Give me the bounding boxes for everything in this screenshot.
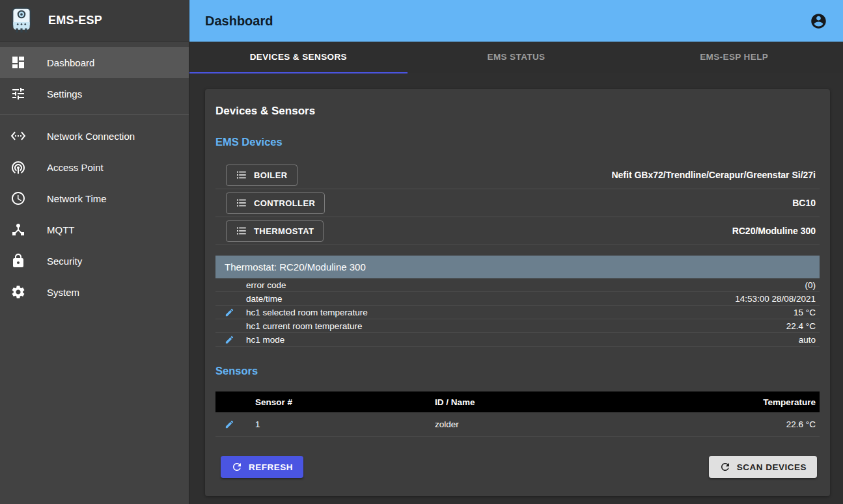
page-title: Dashboard: [205, 14, 273, 29]
scan-devices-button[interactable]: SCAN DEVICES: [709, 456, 817, 478]
tab-ems-esp-help[interactable]: EMS-ESP HELP: [625, 42, 843, 73]
detail-value: 14:53:00 28/08/2021: [735, 294, 820, 304]
sidebar-item-security[interactable]: Security: [0, 245, 189, 276]
network-connection-icon: [10, 128, 26, 144]
sensor-edit-cell: [215, 419, 247, 429]
edit-pencil-icon[interactable]: [225, 335, 234, 345]
devices-sensors-panel: Devices & Sensors EMS Devices BOILER Nef…: [205, 89, 830, 496]
app-name: EMS-ESP: [48, 14, 102, 27]
scan-devices-button-label: SCAN DEVICES: [737, 462, 807, 472]
sidebar-item-label: Access Point: [47, 162, 104, 173]
edit-pencil-icon[interactable]: [225, 419, 234, 429]
detail-value: (0): [805, 280, 820, 290]
detail-label: hc1 current room temperature: [246, 321, 786, 331]
ems-esp-boiler-logo-icon: [10, 7, 33, 34]
thermostat-details-table: error code (0) date/time 14:53:00 28/08/…: [215, 278, 820, 347]
sidebar-header: EMS-ESP: [0, 0, 189, 42]
refresh-icon: [719, 461, 731, 473]
sidebar-item-label: Security: [47, 256, 82, 267]
detail-row: error code (0): [215, 278, 820, 292]
refresh-button-label: REFRESH: [249, 462, 293, 472]
device-type-label: THERMOSTAT: [254, 226, 314, 236]
detail-value: auto: [799, 335, 820, 345]
sidebar-item-system[interactable]: System: [0, 276, 189, 308]
tab-bar: DEVICES & SENSORS EMS STATUS EMS-ESP HEL…: [189, 42, 843, 73]
main-area: Dashboard DEVICES & SENSORS EMS STATUS E…: [189, 0, 843, 504]
device-model: BC10: [792, 198, 816, 208]
sidebar-item-mqtt[interactable]: MQTT: [0, 214, 189, 245]
detail-edit-cell: [215, 308, 246, 317]
refresh-icon: [231, 461, 243, 473]
list-icon: [236, 225, 247, 237]
list-icon: [236, 169, 247, 181]
tab-devices-sensors[interactable]: DEVICES & SENSORS: [189, 42, 408, 73]
header-sensor-number: Sensor #: [247, 397, 435, 407]
account-circle-icon[interactable]: [810, 12, 827, 30]
dashboard-icon: [10, 55, 26, 70]
sensor-temperature: 22.6 °C: [786, 419, 820, 429]
sidebar-item-label: System: [47, 287, 79, 298]
device-row: THERMOSTAT RC20/Moduline 300: [215, 217, 820, 245]
security-lock-icon: [10, 253, 26, 269]
sensors-table-header: Sensor # ID / Name Temperature: [215, 391, 820, 412]
sidebar: EMS-ESP Dashboard Settings Network: [0, 0, 189, 504]
sensor-number: 1: [247, 419, 435, 429]
thermostat-details-header: Thermostat: RC20/Moduline 300: [215, 256, 820, 278]
detail-row: hc1 mode auto: [215, 333, 820, 347]
sidebar-item-access-point[interactable]: Access Point: [0, 152, 189, 183]
detail-label: hc1 selected room temperature: [246, 308, 794, 317]
sensor-row: 1 zolder 22.6 °C: [215, 412, 820, 437]
sidebar-menu: Dashboard Settings Network Connection: [0, 42, 189, 308]
refresh-button[interactable]: REFRESH: [221, 456, 303, 478]
sidebar-item-network-time[interactable]: Network Time: [0, 183, 189, 214]
sidebar-divider: [0, 114, 189, 115]
device-type-label: CONTROLLER: [254, 198, 315, 208]
detail-label: hc1 mode: [246, 335, 799, 345]
sidebar-item-label: MQTT: [47, 224, 75, 235]
ems-devices-heading: EMS Devices: [215, 136, 820, 148]
detail-value: 15 °C: [794, 308, 820, 317]
sidebar-item-label: Settings: [47, 88, 82, 99]
app-root: EMS-ESP Dashboard Settings Network: [0, 0, 843, 504]
tab-ems-status[interactable]: EMS STATUS: [408, 42, 626, 73]
thermostat-device-button[interactable]: THERMOSTAT: [226, 220, 324, 242]
detail-label: date/time: [246, 294, 735, 304]
sidebar-item-label: Network Connection: [47, 131, 135, 142]
sensor-name: zolder: [435, 419, 786, 429]
device-row: BOILER Nefit GBx72/Trendline/Cerapur/Gre…: [215, 161, 820, 189]
sidebar-item-network-connection[interactable]: Network Connection: [0, 120, 189, 152]
detail-edit-cell: [215, 335, 246, 345]
detail-row: date/time 14:53:00 28/08/2021: [215, 292, 820, 306]
appbar: Dashboard: [189, 0, 843, 42]
device-model: Nefit GBx72/Trendline/Cerapur/Greenstar …: [611, 170, 816, 180]
system-gear-icon: [10, 284, 26, 300]
edit-pencil-icon[interactable]: [225, 308, 234, 317]
ems-devices-table: BOILER Nefit GBx72/Trendline/Cerapur/Gre…: [215, 161, 820, 245]
panel-title: Devices & Sensors: [215, 105, 820, 118]
network-time-icon: [10, 191, 26, 206]
detail-row: hc1 selected room temperature 15 °C: [215, 306, 820, 319]
list-icon: [236, 197, 247, 209]
mqtt-icon: [10, 222, 26, 237]
sensors-table: Sensor # ID / Name Temperature 1 zolder …: [215, 391, 820, 437]
detail-label: error code: [246, 280, 805, 290]
controller-device-button[interactable]: CONTROLLER: [226, 192, 325, 214]
detail-row: hc1 current room temperature 22.4 °C: [215, 319, 820, 333]
header-temperature: Temperature: [763, 397, 820, 407]
actions-bar: REFRESH SCAN DEVICES: [215, 456, 820, 478]
sidebar-item-label: Network Time: [47, 193, 107, 204]
settings-tune-icon: [10, 86, 26, 101]
header-id-name: ID / Name: [435, 397, 763, 407]
sidebar-item-settings[interactable]: Settings: [0, 78, 189, 109]
device-model: RC20/Moduline 300: [732, 226, 816, 236]
device-row: CONTROLLER BC10: [215, 189, 820, 217]
sidebar-item-label: Dashboard: [47, 57, 94, 68]
sidebar-item-dashboard[interactable]: Dashboard: [0, 47, 189, 78]
content: Devices & Sensors EMS Devices BOILER Nef…: [189, 73, 843, 504]
boiler-device-button[interactable]: BOILER: [226, 165, 297, 186]
sensors-heading: Sensors: [215, 365, 820, 377]
detail-value: 22.4 °C: [786, 321, 820, 331]
access-point-icon: [10, 159, 26, 175]
device-type-label: BOILER: [254, 170, 288, 180]
